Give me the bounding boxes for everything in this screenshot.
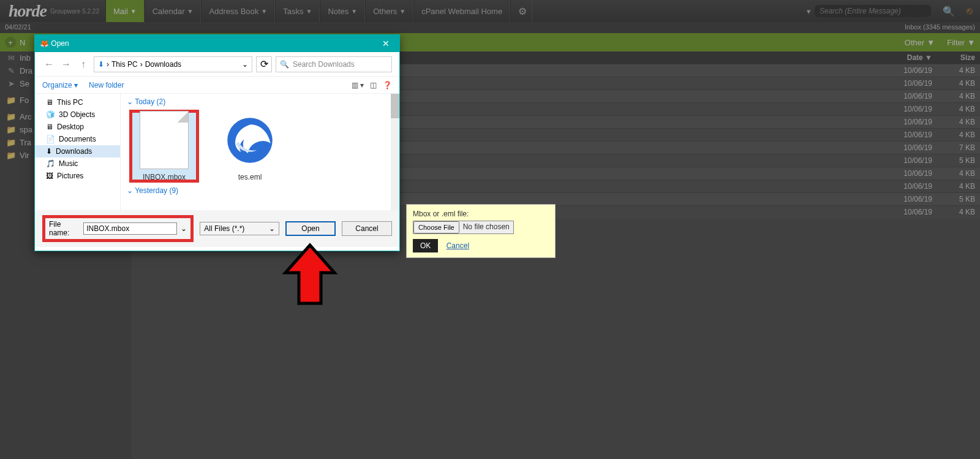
tree-icon: 🧊 bbox=[46, 110, 55, 119]
svg-marker-1 bbox=[285, 245, 334, 303]
tree-icon: 🖼 bbox=[46, 172, 53, 180]
folder-icon: ✉ bbox=[6, 53, 16, 63]
file-input[interactable]: Choose File No file chosen bbox=[413, 221, 514, 234]
menu-notes[interactable]: Notes▼ bbox=[320, 0, 365, 22]
compose-plus-icon[interactable]: + bbox=[5, 37, 16, 48]
column-filter[interactable]: Filter▼ bbox=[947, 38, 975, 47]
refresh-icon[interactable]: ⟳ bbox=[256, 56, 272, 72]
organize-menu[interactable]: Organize ▾ bbox=[42, 81, 78, 89]
import-cancel-link[interactable]: Cancel bbox=[447, 241, 469, 250]
file-item[interactable]: INBOX.mbox bbox=[130, 111, 198, 181]
nav-back-icon[interactable]: ← bbox=[42, 58, 56, 71]
no-file-label: No file chosen bbox=[459, 221, 513, 233]
view-thumb-icon[interactable]: ▥ ▾ bbox=[352, 81, 364, 89]
folder-icon: ➤ bbox=[6, 79, 16, 88]
settings-gear-icon[interactable]: ⚙ bbox=[510, 0, 532, 22]
folder-icon: 📁 bbox=[6, 112, 16, 121]
app-icon: 🦊 bbox=[40, 39, 49, 48]
tree-item[interactable]: 🧊3D Objects bbox=[35, 108, 120, 121]
file-label: tes.eml bbox=[216, 173, 284, 181]
open-button[interactable]: Open bbox=[285, 221, 336, 236]
thunderbird-icon bbox=[225, 111, 274, 169]
tree-item[interactable]: 🖥This PC bbox=[35, 96, 120, 108]
group-today[interactable]: ⌄ Today (2) bbox=[127, 96, 393, 107]
filetype-filter[interactable]: All Files (*.*)⌄ bbox=[200, 222, 279, 235]
brand-version: Groupware 5.2.22 bbox=[50, 8, 99, 15]
breadcrumb[interactable]: ⬇ › This PC › Downloads ⌄ bbox=[94, 56, 252, 72]
tree-icon: 🖥 bbox=[46, 123, 53, 131]
file-open-dialog: 🦊 Open ✕ ← → ↑ ⬇ › This PC › Downloads ⌄… bbox=[34, 34, 400, 251]
crumb-drop-icon[interactable]: ⌄ bbox=[242, 60, 248, 69]
status-bar: 04/02/21 Inbox (3345 messages) bbox=[0, 22, 980, 33]
import-ok-button[interactable]: OK bbox=[413, 239, 438, 252]
tree-icon: 📄 bbox=[46, 135, 55, 143]
brand-logo: horde bbox=[0, 1, 50, 21]
folder-tree-pane: 🖥This PC🧊3D Objects🖥Desktop📄Documents⬇Do… bbox=[35, 94, 121, 210]
column-other[interactable]: Other▼ bbox=[905, 38, 935, 47]
dialog-title: Open bbox=[51, 39, 69, 48]
view-preview-icon[interactable]: ◫ bbox=[370, 81, 377, 89]
menu-calendar[interactable]: Calendar▼ bbox=[145, 0, 202, 22]
tree-item[interactable]: 🎵Music bbox=[35, 157, 120, 170]
new-folder-button[interactable]: New folder bbox=[89, 81, 124, 89]
inbox-count: Inbox (3345 messages) bbox=[905, 23, 975, 32]
help-icon[interactable]: ❓ bbox=[383, 81, 392, 89]
choose-file-button[interactable]: Choose File bbox=[413, 221, 459, 233]
dialog-titlebar[interactable]: 🦊 Open ✕ bbox=[35, 35, 399, 52]
compose-label[interactable]: N bbox=[20, 38, 25, 47]
tree-icon: ⬇ bbox=[46, 147, 52, 156]
folder-icon: 📁 bbox=[6, 96, 16, 105]
tree-icon: 🎵 bbox=[46, 159, 55, 168]
folder-icon: 📁 bbox=[6, 151, 16, 160]
cancel-button[interactable]: Cancel bbox=[342, 221, 392, 236]
tree-item[interactable]: 🖼Pictures bbox=[35, 170, 120, 182]
file-list-pane: ⌄ Today (2) INBOX.mboxtes.eml ⌄ Yesterda… bbox=[121, 94, 399, 210]
file-page-icon bbox=[140, 111, 189, 169]
folder-icon: 📁 bbox=[6, 125, 16, 134]
logout-icon[interactable]: ⎋ bbox=[959, 6, 980, 17]
menu-cpanel[interactable]: cPanel Webmail Home bbox=[413, 0, 510, 22]
filename-input[interactable] bbox=[83, 222, 177, 235]
tree-item[interactable]: 📄Documents bbox=[35, 133, 120, 145]
menu-mail[interactable]: Mail▼ bbox=[105, 0, 145, 22]
folder-icon: ✎ bbox=[6, 66, 16, 75]
tree-item[interactable]: ⬇Downloads bbox=[35, 145, 120, 157]
import-label: Mbox or .eml file: bbox=[413, 210, 549, 218]
caret-down-icon: ▼ bbox=[130, 8, 137, 15]
menu-tasks[interactable]: Tasks▼ bbox=[275, 0, 320, 22]
annotation-arrow-icon bbox=[279, 242, 341, 309]
group-yesterday[interactable]: ⌄ Yesterday (9) bbox=[127, 185, 393, 196]
filename-highlight: File name: ⌄ bbox=[42, 215, 194, 242]
file-label: INBOX.mbox bbox=[130, 173, 198, 181]
import-mbox-dialog: Mbox or .eml file: Choose File No file c… bbox=[406, 204, 556, 258]
menu-others[interactable]: Others▼ bbox=[365, 0, 413, 22]
current-date: 04/02/21 bbox=[5, 23, 31, 32]
scrollbar[interactable] bbox=[391, 94, 399, 210]
top-menubar: horde Groupware 5.2.22 Mail▼ Calendar▼ A… bbox=[0, 0, 980, 22]
tree-icon: 🖥 bbox=[46, 98, 53, 107]
folder-icon: 📁 bbox=[6, 138, 16, 147]
close-icon[interactable]: ✕ bbox=[377, 39, 394, 48]
search-caret-icon[interactable]: ▾ bbox=[807, 7, 811, 16]
sort-desc-icon[interactable]: ▼ bbox=[925, 53, 932, 62]
filename-label: File name: bbox=[49, 220, 80, 237]
tree-item[interactable]: 🖥Desktop bbox=[35, 121, 120, 133]
nav-up-icon[interactable]: ↑ bbox=[77, 58, 90, 71]
menu-addressbook[interactable]: Address Book▼ bbox=[201, 0, 275, 22]
search-icon[interactable]: 🔍 bbox=[938, 6, 959, 17]
dialog-search-input[interactable]: 🔍 Search Downloads bbox=[276, 56, 392, 72]
filename-drop-icon[interactable]: ⌄ bbox=[181, 224, 187, 233]
file-item[interactable]: tes.eml bbox=[216, 111, 284, 181]
search-input[interactable]: Search (Entire Message) bbox=[815, 5, 931, 17]
search-icon: 🔍 bbox=[280, 60, 289, 69]
downloads-icon: ⬇ bbox=[98, 60, 104, 69]
nav-fwd-icon[interactable]: → bbox=[59, 58, 73, 71]
